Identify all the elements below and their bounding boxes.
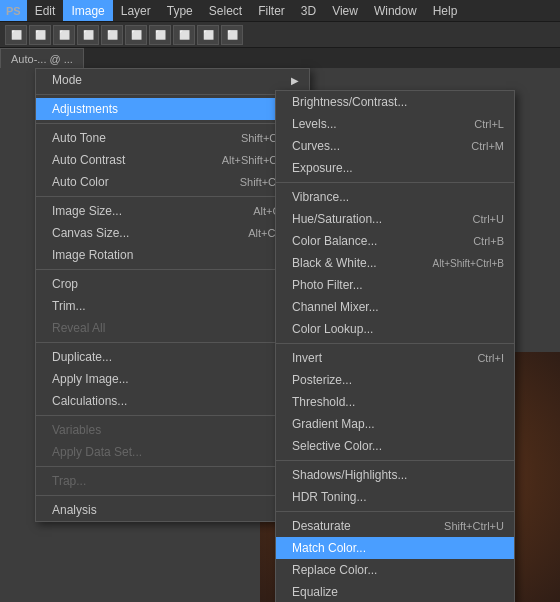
menu-item-reveal-all: Reveal All <box>36 317 309 339</box>
adj-color-lookup[interactable]: Color Lookup... <box>276 318 514 340</box>
menu-item-canvas-size[interactable]: Canvas Size... Alt+Ctrl+C <box>36 222 309 244</box>
separator-4 <box>36 269 309 270</box>
adj-curves[interactable]: Curves... Ctrl+M <box>276 135 514 157</box>
adj-desaturate[interactable]: Desaturate Shift+Ctrl+U <box>276 515 514 537</box>
content-area: Auto-... @ ... Mode ▶ Adjustments ▶ Auto… <box>0 48 560 602</box>
adj-sep-2 <box>276 343 514 344</box>
adj-hdr-toning[interactable]: HDR Toning... <box>276 486 514 508</box>
adj-match-color[interactable]: Match Color... <box>276 537 514 559</box>
separator-6 <box>36 415 309 416</box>
adj-replace-color[interactable]: Replace Color... <box>276 559 514 581</box>
adj-exposure[interactable]: Exposure... <box>276 157 514 179</box>
separator-7 <box>36 466 309 467</box>
toolbar-btn-1[interactable]: ⬜ <box>5 25 27 45</box>
menu-item-auto-contrast[interactable]: Auto Contrast Alt+Shift+Ctrl+L <box>36 149 309 171</box>
toolbar-btn-10[interactable]: ⬜ <box>221 25 243 45</box>
adj-vibrance[interactable]: Vibrance... <box>276 186 514 208</box>
menu-item-variables: Variables ▶ <box>36 419 309 441</box>
menu-ps[interactable]: PS <box>0 0 27 21</box>
adj-brightness-contrast[interactable]: Brightness/Contrast... <box>276 91 514 113</box>
menu-item-image-size[interactable]: Image Size... Alt+Ctrl+I <box>36 200 309 222</box>
adj-invert[interactable]: Invert Ctrl+I <box>276 347 514 369</box>
menu-item-image-rotation[interactable]: Image Rotation ▶ <box>36 244 309 266</box>
menu-filter[interactable]: Filter <box>250 0 293 21</box>
adj-sep-3 <box>276 460 514 461</box>
arrow-icon: ▶ <box>291 75 299 86</box>
separator-8 <box>36 495 309 496</box>
separator-3 <box>36 196 309 197</box>
toolbar-btn-7[interactable]: ⬜ <box>149 25 171 45</box>
toolbar-btn-5[interactable]: ⬜ <box>101 25 123 45</box>
menu-help[interactable]: Help <box>425 0 466 21</box>
menu-view[interactable]: View <box>324 0 366 21</box>
menu-3d[interactable]: 3D <box>293 0 324 21</box>
menu-item-trim[interactable]: Trim... <box>36 295 309 317</box>
menu-edit[interactable]: Edit <box>27 0 64 21</box>
image-menu-dropdown: Mode ▶ Adjustments ▶ Auto Tone Shift+Ctr… <box>35 68 310 522</box>
menu-item-apply-image[interactable]: Apply Image... <box>36 368 309 390</box>
menu-item-duplicate[interactable]: Duplicate... <box>36 346 309 368</box>
adj-photo-filter[interactable]: Photo Filter... <box>276 274 514 296</box>
toolbar: ⬜ ⬜ ⬜ ⬜ ⬜ ⬜ ⬜ ⬜ ⬜ ⬜ <box>0 22 560 48</box>
menu-item-mode[interactable]: Mode ▶ <box>36 69 309 91</box>
adj-gradient-map[interactable]: Gradient Map... <box>276 413 514 435</box>
menu-type[interactable]: Type <box>159 0 201 21</box>
menu-item-adjustments[interactable]: Adjustments ▶ <box>36 98 309 120</box>
adj-hue-saturation[interactable]: Hue/Saturation... Ctrl+U <box>276 208 514 230</box>
menu-item-crop[interactable]: Crop <box>36 273 309 295</box>
menu-item-trap: Trap... <box>36 470 309 492</box>
toolbar-btn-6[interactable]: ⬜ <box>125 25 147 45</box>
menu-image[interactable]: Image <box>63 0 112 21</box>
toolbar-btn-9[interactable]: ⬜ <box>197 25 219 45</box>
adj-black-white[interactable]: Black & White... Alt+Shift+Ctrl+B <box>276 252 514 274</box>
separator-2 <box>36 123 309 124</box>
adj-sep-4 <box>276 511 514 512</box>
adj-threshold[interactable]: Threshold... <box>276 391 514 413</box>
menu-item-apply-data-set: Apply Data Set... <box>36 441 309 463</box>
adj-selective-color[interactable]: Selective Color... <box>276 435 514 457</box>
toolbar-btn-3[interactable]: ⬜ <box>53 25 75 45</box>
menu-layer[interactable]: Layer <box>113 0 159 21</box>
adj-sep-1 <box>276 182 514 183</box>
menu-item-auto-color[interactable]: Auto Color Shift+Ctrl+B <box>36 171 309 193</box>
adjustments-submenu: Brightness/Contrast... Levels... Ctrl+L … <box>275 90 515 602</box>
menubar: PS Edit Image Layer Type Select Filter 3… <box>0 0 560 22</box>
adj-channel-mixer[interactable]: Channel Mixer... <box>276 296 514 318</box>
menu-item-calculations[interactable]: Calculations... <box>36 390 309 412</box>
menu-item-auto-tone[interactable]: Auto Tone Shift+Ctrl+L <box>36 127 309 149</box>
menu-window[interactable]: Window <box>366 0 425 21</box>
separator-1 <box>36 94 309 95</box>
adj-shadows-highlights[interactable]: Shadows/Highlights... <box>276 464 514 486</box>
adj-color-balance[interactable]: Color Balance... Ctrl+B <box>276 230 514 252</box>
toolbar-btn-4[interactable]: ⬜ <box>77 25 99 45</box>
menu-item-analysis[interactable]: Analysis ▶ <box>36 499 309 521</box>
adj-equalize[interactable]: Equalize <box>276 581 514 602</box>
separator-5 <box>36 342 309 343</box>
menu-select[interactable]: Select <box>201 0 250 21</box>
adj-posterize[interactable]: Posterize... <box>276 369 514 391</box>
toolbar-btn-8[interactable]: ⬜ <box>173 25 195 45</box>
adj-levels[interactable]: Levels... Ctrl+L <box>276 113 514 135</box>
toolbar-btn-2[interactable]: ⬜ <box>29 25 51 45</box>
document-tab[interactable]: Auto-... @ ... <box>0 48 84 68</box>
